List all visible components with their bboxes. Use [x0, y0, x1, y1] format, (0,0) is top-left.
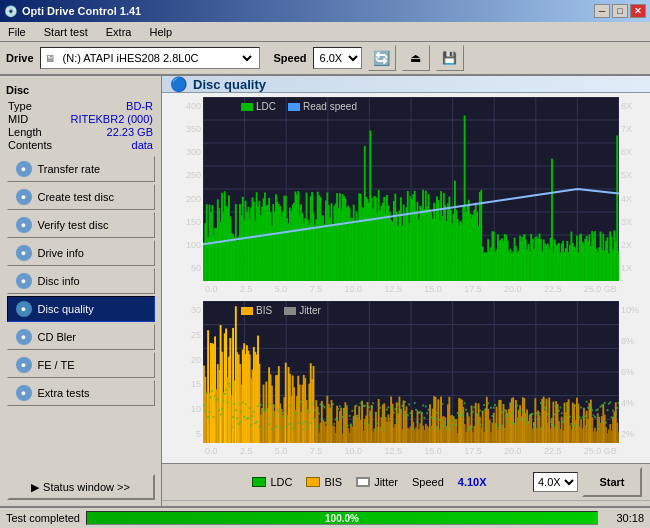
sidebar-btn-icon-disc-quality: ● — [16, 301, 32, 317]
sidebar-btn-label-cd-bler: CD Bler — [38, 331, 77, 343]
disc-section-title: Disc — [0, 80, 161, 98]
app-icon: 💿 — [4, 5, 18, 18]
menu-help[interactable]: Help — [145, 24, 176, 40]
sidebar-btn-drive-info[interactable]: ●Drive info — [7, 240, 155, 266]
jitter-stat-legend: Jitter — [356, 476, 398, 488]
jitter-legend: Jitter — [284, 305, 321, 316]
sidebar-btn-extra-tests[interactable]: ●Extra tests — [7, 380, 155, 406]
save-button[interactable]: 💾 — [436, 45, 464, 71]
bottom-status-bar: Test completed 100.0% 30:18 — [0, 506, 650, 528]
app-title: Opti Drive Control 1.41 — [22, 5, 141, 17]
sidebar-btn-icon-disc-info: ● — [16, 273, 32, 289]
status-window-button[interactable]: ▶ Status window >> — [7, 474, 155, 500]
main-panel: 🔵 Disc quality 40035030025020015010050 — [162, 76, 650, 506]
jitter-stat-box — [356, 477, 370, 487]
panel-title-text: Disc quality — [193, 77, 266, 92]
sidebar-btn-disc-info[interactable]: ●Disc info — [7, 268, 155, 294]
titlebar: 💿 Opti Drive Control 1.41 ─ □ ✕ — [0, 0, 650, 22]
sidebar-btn-verify-test-disc[interactable]: ●Verify test disc — [7, 212, 155, 238]
top-chart-yaxis-left: 40035030025020015010050 — [168, 97, 203, 277]
sidebar-btn-label-extra-tests: Extra tests — [38, 387, 90, 399]
sidebar-btn-transfer-rate[interactable]: ●Transfer rate — [7, 156, 155, 182]
sidebar-btn-icon-cd-bler: ● — [16, 329, 32, 345]
status-window-label: Status window >> — [43, 481, 130, 493]
sidebar-btn-label-fe-te: FE / TE — [38, 359, 75, 371]
start-button[interactable]: Start — [582, 467, 642, 497]
titlebar-buttons: ─ □ ✕ — [594, 4, 646, 18]
stats-legend-row: LDC BIS Jitter Speed 4.10X — [214, 476, 525, 488]
length-value: 22.23 GB — [107, 126, 153, 138]
sidebar: Disc Type BD-R MID RITEKBR2 (000) Length… — [0, 76, 162, 506]
contents-value: data — [132, 139, 153, 151]
jitter-legend-box — [284, 307, 296, 315]
sidebar-btn-icon-extra-tests: ● — [16, 385, 32, 401]
bottom-chart-wrapper: 30252015105 BIS Jitter — [168, 301, 644, 459]
bis-legend: BIS — [241, 305, 272, 316]
sidebar-btn-label-drive-info: Drive info — [38, 247, 84, 259]
mid-label: MID — [8, 113, 28, 125]
ldc-stat-box — [252, 477, 266, 487]
minimize-button[interactable]: ─ — [594, 4, 610, 18]
sidebar-btn-icon-transfer-rate: ● — [16, 161, 32, 177]
read-speed-legend-label: Read speed — [303, 101, 357, 112]
disc-type-row: Type BD-R — [8, 100, 153, 112]
bottom-chart-xaxis: 0.02.55.07.510.012.515.017.520.022.525.0… — [203, 443, 619, 459]
bottom-chart-yaxis-right: 10%8%6%4%2% — [619, 301, 644, 443]
menu-start-test[interactable]: Start test — [40, 24, 92, 40]
sidebar-btn-fe-te[interactable]: ●FE / TE — [7, 352, 155, 378]
drive-label: Drive — [6, 52, 34, 64]
top-chart-legend: LDC Read speed — [241, 101, 357, 112]
eject-button[interactable]: ⏏ — [402, 45, 430, 71]
maximize-button[interactable]: □ — [612, 4, 628, 18]
stats-area: LDC BIS Jitter Speed 4.10X — [162, 463, 650, 506]
speed-selector-group: 4.0X Start — [533, 467, 642, 497]
progress-bar: 100.0% — [86, 511, 598, 525]
stats-speed-select[interactable]: 4.0X — [533, 472, 578, 492]
sidebar-btn-disc-quality[interactable]: ●Disc quality — [7, 296, 155, 322]
ldc-legend-box — [241, 103, 253, 111]
status-window-icon: ▶ — [31, 481, 39, 494]
jitter-stat-label: Jitter — [374, 476, 398, 488]
content-area: Disc Type BD-R MID RITEKBR2 (000) Length… — [0, 76, 650, 506]
top-chart-wrapper: 40035030025020015010050 LDC Read speed — [168, 97, 644, 297]
bottom-chart-area: BIS Jitter — [203, 301, 619, 443]
top-chart-canvas — [203, 97, 619, 281]
menu-extra[interactable]: Extra — [102, 24, 136, 40]
menu-file[interactable]: File — [4, 24, 30, 40]
sidebar-btn-label-disc-info: Disc info — [38, 275, 80, 287]
status-text: Test completed — [6, 512, 80, 524]
disc-contents-row: Contents data — [8, 139, 153, 151]
ldc-legend: LDC — [241, 101, 276, 112]
bis-legend-box — [241, 307, 253, 315]
refresh-button[interactable]: 🔄 — [368, 45, 396, 71]
ldc-stat-legend: LDC — [252, 476, 292, 488]
menubar: File Start test Extra Help — [0, 22, 650, 42]
speed-stat-value: 4.10X — [458, 476, 487, 488]
read-speed-legend-box — [288, 103, 300, 111]
disc-mid-row: MID RITEKBR2 (000) — [8, 113, 153, 125]
close-button[interactable]: ✕ — [630, 4, 646, 18]
speed-select[interactable]: 6.0X — [313, 47, 362, 69]
bis-legend-label: BIS — [256, 305, 272, 316]
drive-icon: 🖥 — [45, 53, 55, 64]
contents-label: Contents — [8, 139, 52, 151]
speed-label: Speed — [274, 52, 307, 64]
read-speed-legend: Read speed — [288, 101, 357, 112]
sidebar-btn-icon-create-test-disc: ● — [16, 189, 32, 205]
sidebar-btn-label-transfer-rate: Transfer rate — [38, 163, 101, 175]
titlebar-title: 💿 Opti Drive Control 1.41 — [4, 5, 141, 18]
sidebar-btn-icon-verify-test-disc: ● — [16, 217, 32, 233]
bottom-chart-legend: BIS Jitter — [241, 305, 321, 316]
sidebar-btn-cd-bler[interactable]: ●CD Bler — [7, 324, 155, 350]
top-chart-area: LDC Read speed — [203, 97, 619, 281]
sidebar-btn-create-test-disc[interactable]: ●Create test disc — [7, 184, 155, 210]
bottom-chart-yaxis-left: 30252015105 — [168, 301, 203, 443]
ldc-stat-label: LDC — [270, 476, 292, 488]
drive-toolbar: Drive 🖥 (N:) ATAPI iHES208 2.8L0C Speed … — [0, 42, 650, 76]
sidebar-buttons: ●Transfer rate●Create test disc●Verify t… — [0, 154, 161, 408]
type-value: BD-R — [126, 100, 153, 112]
length-label: Length — [8, 126, 42, 138]
panel-title-bar: 🔵 Disc quality — [162, 76, 650, 93]
disc-info-block: Type BD-R MID RITEKBR2 (000) Length 22.2… — [0, 98, 161, 154]
drive-select[interactable]: (N:) ATAPI iHES208 2.8L0C — [59, 51, 255, 65]
